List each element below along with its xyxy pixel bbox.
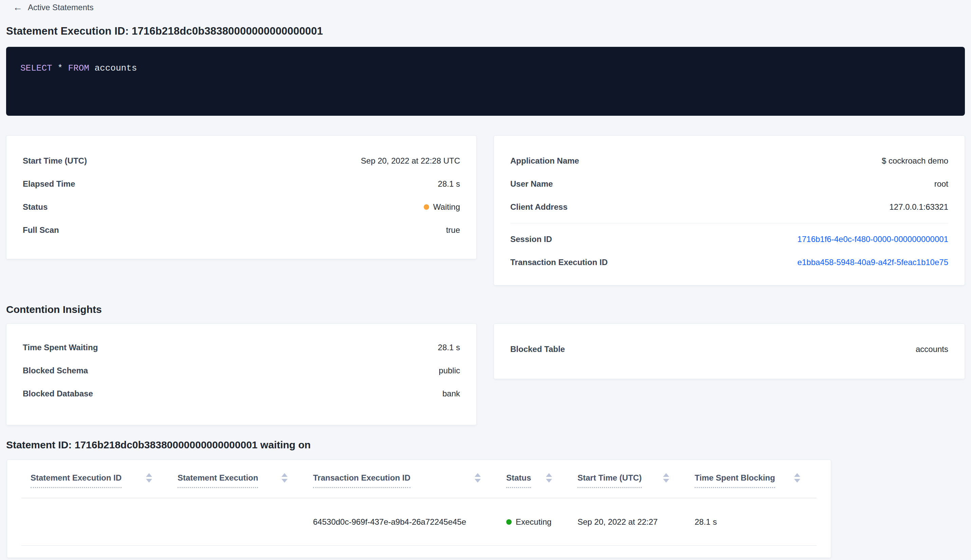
cell-transaction-execution-id: 64530d0c-969f-437e-a9b4-26a72245e45e xyxy=(304,517,497,527)
user-name-label: User Name xyxy=(510,179,553,189)
status-dot-executing-icon xyxy=(506,519,512,525)
column-header-time-spent-blocking[interactable]: Time Spent Blocking xyxy=(686,473,816,488)
contention-insights-heading: Contention Insights xyxy=(6,304,965,315)
session-details-card: Application Name $ cockroach demo User N… xyxy=(494,135,965,285)
status-dot-waiting-icon xyxy=(424,204,429,210)
sort-desc-icon xyxy=(146,479,152,483)
transaction-execution-id-label: Transaction Execution ID xyxy=(510,258,608,267)
sql-statement-box: SELECT * FROM accounts xyxy=(6,47,965,116)
sort-arrows-icon[interactable] xyxy=(794,473,800,483)
table-row: 64530d0c-969f-437e-a9b4-26a72245e45e Exe… xyxy=(22,498,816,546)
back-link-label: Active Statements xyxy=(28,3,93,12)
session-id-link[interactable]: 1716b1f6-4e0c-f480-0000-000000000001 xyxy=(797,235,948,244)
sort-asc-icon xyxy=(546,473,552,477)
elapsed-time-label: Elapsed Time xyxy=(23,179,75,189)
application-name-label: Application Name xyxy=(510,156,579,166)
sort-arrows-icon[interactable] xyxy=(146,473,152,483)
sort-arrows-icon[interactable] xyxy=(475,473,481,483)
sort-arrows-icon[interactable] xyxy=(546,473,552,483)
sql-statement-text: SELECT * FROM accounts xyxy=(20,63,137,73)
cell-time-spent-blocking: 28.1 s xyxy=(686,517,816,527)
status-value-text: Waiting xyxy=(433,202,460,212)
contention-cards-row: Time Spent Waiting 28.1 s Blocked Schema… xyxy=(6,323,965,425)
sort-arrows-icon[interactable] xyxy=(663,473,669,483)
sort-asc-icon xyxy=(146,473,152,477)
overview-row-full-scan: Full Scan true xyxy=(23,218,460,242)
session-id-label: Session ID xyxy=(510,235,552,244)
sort-asc-icon xyxy=(475,473,481,477)
column-header-start-time[interactable]: Start Time (UTC) xyxy=(568,473,686,488)
status-value: Waiting xyxy=(424,202,460,212)
status-column-label[interactable]: Status xyxy=(506,473,531,488)
sort-desc-icon xyxy=(282,479,287,483)
transaction-execution-id-link[interactable]: e1bba458-5948-40a9-a42f-5feac1b10e75 xyxy=(797,258,948,267)
blocked-schema-value: public xyxy=(439,366,460,375)
client-address-label: Client Address xyxy=(510,202,567,212)
contention-row-blocked-database: Blocked Database bank xyxy=(23,382,460,405)
back-to-active-statements-link[interactable]: ← Active Statements xyxy=(13,3,93,12)
cell-start-time: Sep 20, 2022 at 22:27 xyxy=(568,517,686,527)
blocked-table-label: Blocked Table xyxy=(510,345,565,354)
statement-execution-column-label[interactable]: Statement Execution xyxy=(178,473,258,488)
blocked-database-value: bank xyxy=(442,389,460,398)
user-name-value: root xyxy=(934,179,948,189)
time-spent-waiting-label: Time Spent Waiting xyxy=(23,343,98,352)
column-header-statement-execution[interactable]: Statement Execution xyxy=(169,473,304,488)
sort-desc-icon xyxy=(475,479,481,483)
overview-row-start-time: Start Time (UTC) Sep 20, 2022 at 22:28 U… xyxy=(23,149,460,172)
sort-asc-icon xyxy=(794,473,800,477)
cell-status: Executing xyxy=(497,517,568,527)
sql-keyword-from: FROM xyxy=(68,63,89,73)
sort-desc-icon xyxy=(794,479,800,483)
session-row-client-address: Client Address 127.0.0.1:63321 xyxy=(510,195,948,218)
statement-execution-details-page: ← Active Statements Statement Execution … xyxy=(0,0,971,558)
overview-cards-row: Start Time (UTC) Sep 20, 2022 at 22:28 U… xyxy=(6,135,965,285)
waiting-statements-table: Statement Execution ID Statement Executi… xyxy=(7,460,831,558)
session-row-application-name: Application Name $ cockroach demo xyxy=(510,149,948,172)
session-row-session-id: Session ID 1716b1f6-4e0c-f480-0000-00000… xyxy=(510,228,948,251)
start-time-label: Start Time (UTC) xyxy=(23,156,87,166)
blocked-table-card: Blocked Table accounts xyxy=(494,323,965,379)
contention-row-blocked-table: Blocked Table accounts xyxy=(510,338,948,361)
start-time-value: Sep 20, 2022 at 22:28 UTC xyxy=(361,156,460,166)
overview-row-status: Status Waiting xyxy=(23,195,460,218)
sort-asc-icon xyxy=(282,473,287,477)
arrow-left-icon: ← xyxy=(13,3,22,12)
blocked-schema-label: Blocked Schema xyxy=(23,366,88,375)
session-row-transaction-execution-id: Transaction Execution ID e1bba458-5948-4… xyxy=(510,251,948,274)
status-label: Status xyxy=(23,202,48,212)
contention-row-time-spent-waiting: Time Spent Waiting 28.1 s xyxy=(23,336,460,359)
sort-arrows-icon[interactable] xyxy=(282,473,287,483)
session-card-divider xyxy=(510,223,948,223)
overview-row-elapsed-time: Elapsed Time 28.1 s xyxy=(23,172,460,195)
overview-card: Start Time (UTC) Sep 20, 2022 at 22:28 U… xyxy=(6,135,477,259)
sql-keyword-select: SELECT xyxy=(20,63,52,73)
session-row-user-name: User Name root xyxy=(510,172,948,195)
column-header-transaction-execution-id[interactable]: Transaction Execution ID xyxy=(304,473,497,488)
waiting-on-heading: Statement ID: 1716b218dc0b38380000000000… xyxy=(6,439,965,451)
blocked-table-value: accounts xyxy=(916,345,948,354)
statement-execution-id-column-label[interactable]: Statement Execution ID xyxy=(30,473,122,488)
blocked-database-label: Blocked Database xyxy=(23,389,93,398)
column-header-statement-execution-id[interactable]: Statement Execution ID xyxy=(22,473,169,488)
cell-status-text: Executing xyxy=(516,517,551,527)
time-spent-waiting-value: 28.1 s xyxy=(438,343,460,352)
sort-desc-icon xyxy=(663,479,669,483)
client-address-value: 127.0.0.1:63321 xyxy=(889,202,949,212)
elapsed-time-value: 28.1 s xyxy=(438,179,460,189)
full-scan-label: Full Scan xyxy=(23,225,59,235)
transaction-execution-id-column-label[interactable]: Transaction Execution ID xyxy=(313,473,410,488)
sort-desc-icon xyxy=(546,479,552,483)
contention-row-blocked-schema: Blocked Schema public xyxy=(23,359,460,382)
contention-details-card: Time Spent Waiting 28.1 s Blocked Schema… xyxy=(6,323,477,425)
application-name-value: $ cockroach demo xyxy=(882,156,948,166)
sort-asc-icon xyxy=(663,473,669,477)
time-spent-blocking-column-label[interactable]: Time Spent Blocking xyxy=(695,473,775,488)
page-title: Statement Execution ID: 1716b218dc0b3838… xyxy=(6,25,965,37)
sql-table-name: accounts xyxy=(94,63,137,73)
sql-star: * xyxy=(57,63,63,73)
column-header-status[interactable]: Status xyxy=(497,473,568,488)
start-time-column-label[interactable]: Start Time (UTC) xyxy=(577,473,642,488)
table-header-row: Statement Execution ID Statement Executi… xyxy=(22,460,816,498)
full-scan-value: true xyxy=(446,225,460,235)
